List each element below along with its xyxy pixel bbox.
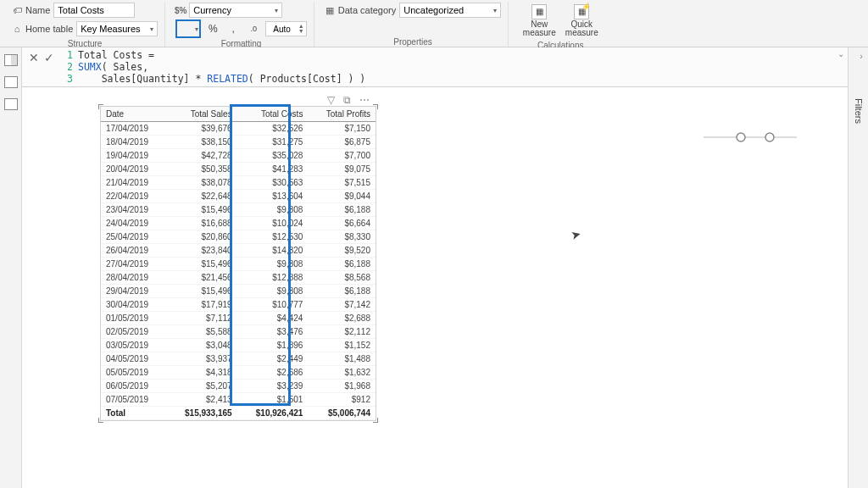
table-row[interactable]: 21/04/2019$38,078$30,563$7,515 (101, 176, 376, 190)
visual-toolbar: ▽ ⧉ ⋯ (327, 94, 370, 106)
overview-line-chart[interactable] (704, 125, 797, 150)
col-total-sales[interactable]: Total Sales (166, 107, 237, 122)
data-category-value: Uncategorized (403, 5, 464, 15)
resize-handle[interactable] (373, 418, 378, 423)
table-row[interactable]: 20/04/2019$50,358$41,283$9,075 (101, 163, 376, 176)
thousands-separator-button[interactable]: , (225, 21, 242, 36)
properties-caption: Properties (393, 37, 432, 47)
home-icon: ⌂ (12, 24, 22, 34)
home-table-value: Key Measures (81, 24, 140, 34)
focus-icon[interactable]: ⧉ (343, 94, 351, 106)
commit-icon[interactable]: ✓ (44, 51, 54, 64)
table-row[interactable]: 26/04/2019$23,840$14,320$9,520 (101, 244, 376, 258)
mouse-cursor-icon: ➤ (570, 227, 583, 243)
tag-icon: 🏷 (12, 5, 22, 15)
table-row[interactable]: 01/05/2019$7,112$4,424$2,688 (101, 312, 376, 325)
name-input[interactable] (53, 3, 135, 18)
auto-label: Auto (268, 25, 296, 34)
table-header: Date Total Sales Total Costs Total Profi… (101, 107, 376, 122)
table-row[interactable]: 24/04/2019$16,688$10,024$6,664 (101, 217, 376, 230)
ribbon: 🏷 Name ⌂ Home table Key Measures ▾ Struc… (0, 0, 868, 47)
filter-icon[interactable]: ▽ (327, 94, 335, 106)
data-view-icon[interactable] (4, 76, 18, 88)
table-total-row: Total $15,933,165 $10,926,421 $5,006,744 (101, 407, 376, 420)
ribbon-structure-group: 🏷 Name ⌂ Home table Key Measures ▾ Struc… (5, 2, 165, 47)
table-row[interactable]: 05/05/2019$4,318$2,686$1,632 (101, 366, 376, 380)
col-total-costs[interactable]: Total Costs (237, 107, 309, 122)
chevron-down-icon[interactable]: ▾ (195, 25, 198, 33)
svg-point-1 (737, 133, 745, 141)
table-row[interactable]: 19/04/2019$42,728$35,028$7,700 (101, 149, 376, 163)
report-view-icon[interactable] (4, 54, 18, 66)
name-label: Name (25, 5, 50, 15)
table-row[interactable]: 25/04/2019$20,860$12,530$8,330 (101, 230, 376, 244)
table-visual[interactable]: Date Total Sales Total Costs Total Profi… (100, 106, 376, 421)
resize-handle[interactable] (98, 104, 103, 109)
new-measure-button[interactable]: ▦ New measure (519, 2, 559, 39)
center-area: ✕ ✓ 1Total Costs = 2SUMX( Sales, 3 Sales… (22, 47, 848, 488)
table-row[interactable]: 30/04/2019$17,919$10,777$7,142 (101, 298, 376, 312)
report-canvas[interactable]: ▽ ⧉ ⋯ Date Total Sales Total Costs Total… (22, 87, 848, 488)
decimal-button[interactable]: .0 (245, 21, 262, 36)
format-dropdown[interactable]: Currency ▾ (189, 3, 282, 18)
formula-bar[interactable]: ✕ ✓ 1Total Costs = 2SUMX( Sales, 3 Sales… (22, 47, 848, 87)
ribbon-formatting-group: $% Currency ▾ ▾ % , .0 Auto ▲ ▼ (169, 2, 314, 47)
table-row[interactable]: 23/04/2019$15,496$9,308$6,188 (101, 203, 376, 217)
table-row[interactable]: 29/04/2019$15,496$9,308$6,188 (101, 285, 376, 298)
table-row[interactable]: 02/05/2019$5,588$3,476$2,112 (101, 325, 376, 339)
table-row[interactable]: 06/05/2019$5,207$3,239$1,968 (101, 380, 376, 393)
ribbon-properties-group: ▦ Data category Uncategorized ▾ Properti… (318, 2, 509, 47)
chevron-down-icon: ▾ (150, 25, 153, 33)
right-panel-rail[interactable]: › Filters (848, 47, 868, 488)
table-row[interactable]: 22/04/2019$22,648$13,604$9,044 (101, 190, 376, 203)
data-category-dropdown[interactable]: Uncategorized ▾ (399, 3, 501, 18)
quick-calc-icon: ▦⚡ (574, 4, 589, 19)
calculator-icon: ▦ (531, 4, 547, 19)
table-row[interactable]: 17/04/2019$39,676$32,526$7,150 (101, 122, 376, 136)
resize-handle[interactable] (373, 104, 378, 109)
cancel-icon[interactable]: ✕ (29, 51, 39, 64)
format-icon: $% (175, 5, 186, 15)
ribbon-calculations-group: ▦ New measure ▦⚡ Quick measure Calculati… (512, 2, 609, 47)
filters-label[interactable]: Filters (854, 98, 864, 124)
spinner-down-icon[interactable]: ▼ (298, 29, 304, 34)
col-total-profits[interactable]: Total Profits (308, 107, 376, 122)
formula-expand-icon[interactable]: ⌄ (837, 49, 844, 58)
table-row[interactable]: 04/05/2019$3,937$2,449$1,488 (101, 352, 376, 366)
table-body: 17/04/2019$39,676$32,526$7,15018/04/2019… (101, 122, 376, 407)
svg-point-2 (765, 133, 774, 141)
table-row[interactable]: 03/05/2019$3,048$1,896$1,152 (101, 339, 376, 352)
home-table-label: Home table (25, 24, 73, 34)
table-row[interactable]: 27/04/2019$15,496$9,308$6,188 (101, 258, 376, 271)
collapse-icon[interactable]: › (860, 51, 863, 61)
table-row[interactable]: 18/04/2019$38,150$31,275$6,875 (101, 136, 376, 149)
currency-button[interactable] (178, 21, 195, 36)
decimal-places-spinner[interactable]: Auto ▲ ▼ (265, 21, 307, 36)
chevron-down-icon: ▾ (275, 7, 278, 14)
quick-measure-button[interactable]: ▦⚡ Quick measure (561, 2, 602, 39)
model-view-icon[interactable] (4, 98, 18, 110)
table-row[interactable]: 28/04/2019$21,456$12,888$8,568 (101, 271, 376, 285)
col-date[interactable]: Date (101, 107, 166, 122)
left-view-rail (0, 47, 22, 488)
category-icon: ▦ (325, 5, 335, 15)
chevron-down-icon: ▾ (493, 7, 497, 14)
percent-button[interactable]: % (204, 21, 221, 36)
home-table-dropdown[interactable]: Key Measures ▾ (76, 21, 158, 36)
data-category-label: Data category (338, 5, 396, 15)
format-value: Currency (193, 5, 231, 15)
formula-editor[interactable]: 1Total Costs = 2SUMX( Sales, 3 Sales[Qua… (61, 49, 844, 85)
currency-button-highlight: ▾ (175, 19, 201, 38)
main-area: ✕ ✓ 1Total Costs = 2SUMX( Sales, 3 Sales… (0, 47, 868, 488)
more-options-icon[interactable]: ⋯ (359, 94, 370, 106)
resize-handle[interactable] (98, 418, 103, 423)
table-row[interactable]: 07/05/2019$2,413$1,501$912 (101, 393, 376, 407)
